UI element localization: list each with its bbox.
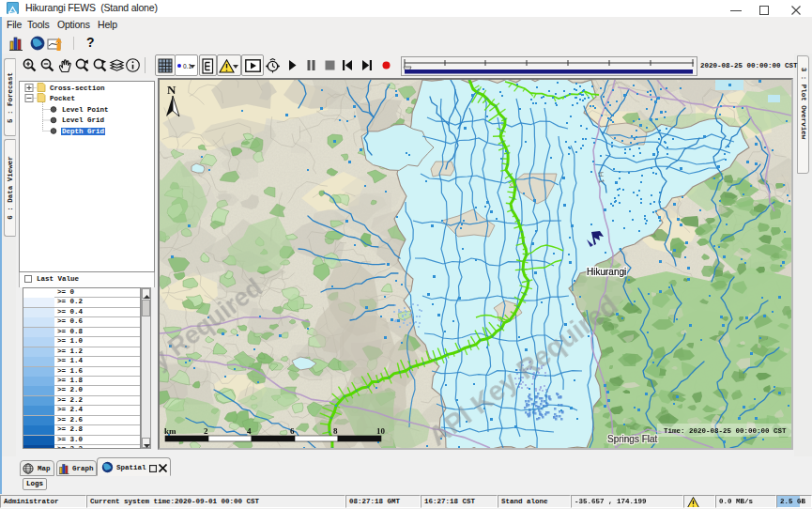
svg-text:H 1: H 1 xyxy=(596,171,605,184)
svg-text:Springs Flat: Springs Flat xyxy=(607,434,658,444)
svg-text:6: 6 xyxy=(290,426,295,436)
svg-text:2: 2 xyxy=(204,426,208,436)
svg-text:10: 10 xyxy=(376,426,386,436)
svg-text:8: 8 xyxy=(333,426,338,436)
svg-text:Hikurangi: Hikurangi xyxy=(587,267,626,277)
svg-text:km: km xyxy=(164,426,176,436)
svg-text:4: 4 xyxy=(247,426,252,436)
svg-text:N: N xyxy=(167,83,176,97)
svg-text:Time: 2020-08-25 00:00:00 CST: Time: 2020-08-25 00:00:00 CST xyxy=(664,427,787,435)
